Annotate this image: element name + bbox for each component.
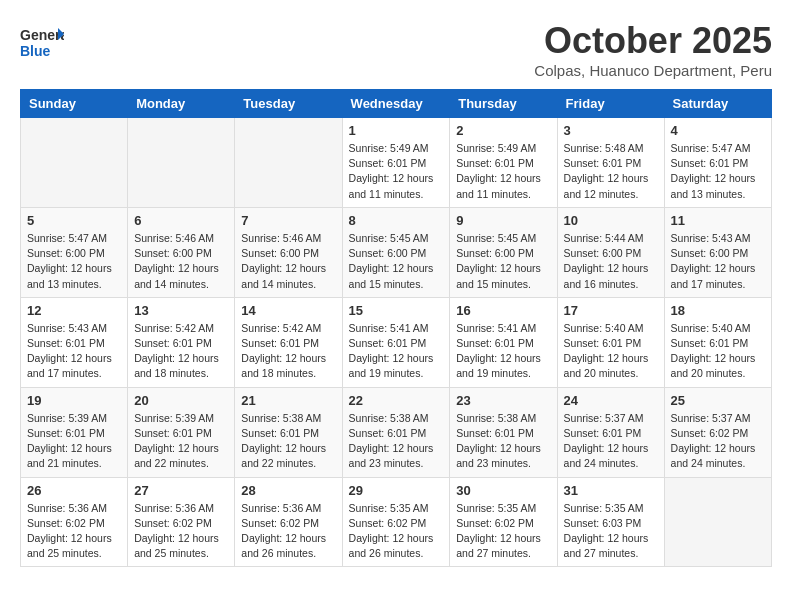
day-number: 10 [564,213,658,228]
day-info: Sunrise: 5:36 AM Sunset: 6:02 PM Dayligh… [27,501,121,562]
week-row-2: 5Sunrise: 5:47 AM Sunset: 6:00 PM Daylig… [21,207,772,297]
day-number: 27 [134,483,228,498]
day-info: Sunrise: 5:37 AM Sunset: 6:02 PM Dayligh… [671,411,765,472]
day-number: 12 [27,303,121,318]
calendar-cell: 28Sunrise: 5:36 AM Sunset: 6:02 PM Dayli… [235,477,342,567]
calendar-cell: 5Sunrise: 5:47 AM Sunset: 6:00 PM Daylig… [21,207,128,297]
day-number: 22 [349,393,444,408]
calendar-cell: 6Sunrise: 5:46 AM Sunset: 6:00 PM Daylig… [128,207,235,297]
calendar-cell: 24Sunrise: 5:37 AM Sunset: 6:01 PM Dayli… [557,387,664,477]
calendar-cell: 2Sunrise: 5:49 AM Sunset: 6:01 PM Daylig… [450,118,557,208]
day-info: Sunrise: 5:43 AM Sunset: 6:01 PM Dayligh… [27,321,121,382]
page-header: General Blue October 2025 Colpas, Huanuc… [20,20,772,79]
calendar-cell: 30Sunrise: 5:35 AM Sunset: 6:02 PM Dayli… [450,477,557,567]
day-number: 24 [564,393,658,408]
day-info: Sunrise: 5:36 AM Sunset: 6:02 PM Dayligh… [241,501,335,562]
weekday-header-wednesday: Wednesday [342,90,450,118]
calendar-cell [128,118,235,208]
day-info: Sunrise: 5:37 AM Sunset: 6:01 PM Dayligh… [564,411,658,472]
calendar-cell: 8Sunrise: 5:45 AM Sunset: 6:00 PM Daylig… [342,207,450,297]
weekday-header-thursday: Thursday [450,90,557,118]
calendar-cell: 27Sunrise: 5:36 AM Sunset: 6:02 PM Dayli… [128,477,235,567]
day-number: 6 [134,213,228,228]
weekday-header-tuesday: Tuesday [235,90,342,118]
location: Colpas, Huanuco Department, Peru [534,62,772,79]
day-number: 15 [349,303,444,318]
day-info: Sunrise: 5:40 AM Sunset: 6:01 PM Dayligh… [564,321,658,382]
day-info: Sunrise: 5:36 AM Sunset: 6:02 PM Dayligh… [134,501,228,562]
day-info: Sunrise: 5:45 AM Sunset: 6:00 PM Dayligh… [456,231,550,292]
calendar-cell: 14Sunrise: 5:42 AM Sunset: 6:01 PM Dayli… [235,297,342,387]
calendar-cell: 3Sunrise: 5:48 AM Sunset: 6:01 PM Daylig… [557,118,664,208]
calendar-cell [235,118,342,208]
day-number: 28 [241,483,335,498]
day-info: Sunrise: 5:45 AM Sunset: 6:00 PM Dayligh… [349,231,444,292]
day-info: Sunrise: 5:47 AM Sunset: 6:01 PM Dayligh… [671,141,765,202]
day-number: 14 [241,303,335,318]
day-number: 17 [564,303,658,318]
day-info: Sunrise: 5:40 AM Sunset: 6:01 PM Dayligh… [671,321,765,382]
calendar-cell: 26Sunrise: 5:36 AM Sunset: 6:02 PM Dayli… [21,477,128,567]
logo: General Blue [20,20,64,64]
week-row-1: 1Sunrise: 5:49 AM Sunset: 6:01 PM Daylig… [21,118,772,208]
day-info: Sunrise: 5:46 AM Sunset: 6:00 PM Dayligh… [134,231,228,292]
day-info: Sunrise: 5:35 AM Sunset: 6:03 PM Dayligh… [564,501,658,562]
calendar-cell: 23Sunrise: 5:38 AM Sunset: 6:01 PM Dayli… [450,387,557,477]
day-info: Sunrise: 5:41 AM Sunset: 6:01 PM Dayligh… [349,321,444,382]
day-info: Sunrise: 5:38 AM Sunset: 6:01 PM Dayligh… [456,411,550,472]
day-info: Sunrise: 5:42 AM Sunset: 6:01 PM Dayligh… [241,321,335,382]
day-number: 29 [349,483,444,498]
weekday-header-monday: Monday [128,90,235,118]
day-info: Sunrise: 5:41 AM Sunset: 6:01 PM Dayligh… [456,321,550,382]
day-info: Sunrise: 5:38 AM Sunset: 6:01 PM Dayligh… [241,411,335,472]
day-number: 8 [349,213,444,228]
calendar-cell [664,477,771,567]
day-number: 20 [134,393,228,408]
weekday-header-row: SundayMondayTuesdayWednesdayThursdayFrid… [21,90,772,118]
day-number: 23 [456,393,550,408]
svg-text:Blue: Blue [20,43,51,59]
week-row-4: 19Sunrise: 5:39 AM Sunset: 6:01 PM Dayli… [21,387,772,477]
day-info: Sunrise: 5:39 AM Sunset: 6:01 PM Dayligh… [134,411,228,472]
day-info: Sunrise: 5:43 AM Sunset: 6:00 PM Dayligh… [671,231,765,292]
day-number: 3 [564,123,658,138]
day-number: 25 [671,393,765,408]
week-row-3: 12Sunrise: 5:43 AM Sunset: 6:01 PM Dayli… [21,297,772,387]
weekday-header-friday: Friday [557,90,664,118]
day-number: 13 [134,303,228,318]
calendar-cell: 29Sunrise: 5:35 AM Sunset: 6:02 PM Dayli… [342,477,450,567]
calendar-cell: 13Sunrise: 5:42 AM Sunset: 6:01 PM Dayli… [128,297,235,387]
day-number: 31 [564,483,658,498]
day-number: 7 [241,213,335,228]
day-number: 30 [456,483,550,498]
calendar-cell: 12Sunrise: 5:43 AM Sunset: 6:01 PM Dayli… [21,297,128,387]
day-number: 19 [27,393,121,408]
month-title: October 2025 [534,20,772,62]
day-number: 26 [27,483,121,498]
weekday-header-sunday: Sunday [21,90,128,118]
calendar-cell [21,118,128,208]
day-number: 2 [456,123,550,138]
day-info: Sunrise: 5:38 AM Sunset: 6:01 PM Dayligh… [349,411,444,472]
calendar-cell: 4Sunrise: 5:47 AM Sunset: 6:01 PM Daylig… [664,118,771,208]
calendar-cell: 20Sunrise: 5:39 AM Sunset: 6:01 PM Dayli… [128,387,235,477]
day-number: 21 [241,393,335,408]
calendar-table: SundayMondayTuesdayWednesdayThursdayFrid… [20,89,772,567]
calendar-cell: 22Sunrise: 5:38 AM Sunset: 6:01 PM Dayli… [342,387,450,477]
calendar-cell: 1Sunrise: 5:49 AM Sunset: 6:01 PM Daylig… [342,118,450,208]
day-number: 9 [456,213,550,228]
day-number: 4 [671,123,765,138]
day-info: Sunrise: 5:35 AM Sunset: 6:02 PM Dayligh… [349,501,444,562]
weekday-header-saturday: Saturday [664,90,771,118]
calendar-cell: 17Sunrise: 5:40 AM Sunset: 6:01 PM Dayli… [557,297,664,387]
day-number: 5 [27,213,121,228]
day-number: 11 [671,213,765,228]
logo-icon: General Blue [20,20,64,64]
day-info: Sunrise: 5:39 AM Sunset: 6:01 PM Dayligh… [27,411,121,472]
day-number: 1 [349,123,444,138]
day-info: Sunrise: 5:49 AM Sunset: 6:01 PM Dayligh… [456,141,550,202]
calendar-cell: 21Sunrise: 5:38 AM Sunset: 6:01 PM Dayli… [235,387,342,477]
day-info: Sunrise: 5:35 AM Sunset: 6:02 PM Dayligh… [456,501,550,562]
day-info: Sunrise: 5:44 AM Sunset: 6:00 PM Dayligh… [564,231,658,292]
calendar-cell: 7Sunrise: 5:46 AM Sunset: 6:00 PM Daylig… [235,207,342,297]
